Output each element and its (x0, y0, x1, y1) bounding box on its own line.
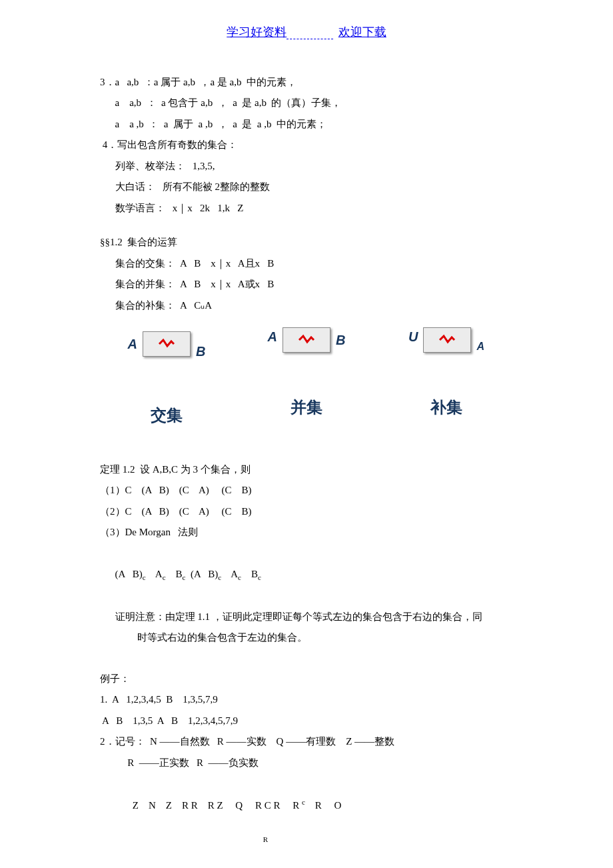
text-line: R ——正实数 R ——负实数 (100, 753, 513, 774)
text-line: (A B)c Ac Bc (A B)c Ac Bc (100, 543, 513, 607)
text-span: B (241, 569, 258, 579)
text-line: 集合的并集： A B x｜x A或x B (100, 274, 513, 295)
text-line: 1. A 1,2,3,4,5 B 1,3,5,7,9 (100, 689, 513, 711)
text-span (100, 835, 263, 843)
page: 学习好资料 欢迎下载 3．a a,b ：a 属于 a,b ，a 是 a,b 中的… (0, 0, 613, 868)
text-line: a a,b ： a 包含于 a,b ， a 是 a,b 的（真）子集， (100, 93, 513, 114)
header-link-right[interactable]: 欢迎下载 (338, 25, 386, 39)
diagram-labels: U A (408, 323, 484, 357)
diagram-title: 交集 (151, 399, 183, 432)
text-line: 时等式右边的集合包含于左边的集合。 (100, 627, 513, 649)
header-dashed (287, 29, 333, 39)
text-line: 数学语言： x｜x 2k 1,k Z (100, 198, 513, 219)
text-line: 集合的交集： A B x｜x A且x B (100, 253, 513, 275)
diagram-labels: A B (128, 323, 206, 365)
diagram-title: 并集 (291, 391, 322, 424)
text-line: （3）De Morgan 法则 (100, 522, 513, 543)
broken-image-icon (423, 327, 471, 353)
text-line: Z N Z R R R Z Q R C R R c R O (100, 773, 513, 837)
label-u: U (408, 323, 418, 351)
text-line: （1）C (A B) (C A) (C B) (100, 480, 513, 501)
text-line: 集合的补集： A CᵤA (100, 295, 513, 317)
text-line: 证明注意：由定理 1.1 ，证明此定理即证每个等式左边的集合包含于右边的集合，同 (100, 607, 513, 628)
label-a: A (128, 330, 137, 358)
text-line: A B 1,3,5 A B 1,2,3,4,5,7,9 (100, 711, 513, 732)
text-span: (A B) (185, 569, 218, 579)
text-line: 4．写出包含所有奇数的集合： (100, 135, 513, 156)
text-span: B (166, 569, 183, 579)
text-line: 例子： (100, 669, 513, 690)
broken-image-icon (143, 331, 191, 357)
venn-diagrams: A B 交集 A B 并集 U A 补集 (100, 323, 513, 432)
diagram-labels: A B (268, 323, 346, 357)
header-link-left[interactable]: 学习好资料 (227, 25, 287, 39)
text-line: （2）C (A B) (C A) (C B) (100, 501, 513, 523)
text-span: R O (305, 800, 342, 811)
text-line: 大白话： 所有不能被 2整除的整数 (100, 177, 513, 198)
subscript: R (263, 835, 268, 843)
text-line-sub: R (100, 837, 513, 842)
label-b: B (196, 337, 205, 365)
text-span: A (146, 569, 163, 579)
diagram-complement: U A 补集 (386, 323, 506, 432)
broken-image-icon (283, 327, 330, 353)
content: 3．a a,b ：a 属于 a,b ，a 是 a,b 中的元素， a a,b ：… (100, 72, 513, 842)
text-span: (A B) (115, 569, 143, 579)
diagram-union: A B 并集 (247, 323, 366, 432)
text-span: Z N Z R R R Z Q R C R R (115, 800, 302, 811)
diagram-intersection: A B 交集 (107, 323, 227, 432)
page-header: 学习好资料 欢迎下载 (100, 20, 513, 45)
label-a: A (476, 335, 484, 358)
text-line: 3．a a,b ：a 属于 a,b ，a 是 a,b 中的元素， (100, 72, 513, 93)
diagram-title: 补集 (430, 391, 462, 424)
section-heading: §§1.2 集合的运算 (100, 232, 513, 253)
subscript: c (258, 573, 261, 581)
text-line: 2．记号： N ——自然数 R ——实数 Q ——有理数 Z ——整数 (100, 731, 513, 753)
label-b: B (336, 326, 345, 354)
label-a: A (268, 323, 277, 351)
text-span: A (221, 569, 238, 579)
text-line: a a ,b ： a 属于 a ,b ， a 是 a ,b 中的元素； (100, 114, 513, 135)
text-line: 定理 1.2 设 A,B,C 为 3 个集合，则 (100, 459, 513, 481)
text-line: 列举、枚举法： 1,3,5, (100, 156, 513, 177)
